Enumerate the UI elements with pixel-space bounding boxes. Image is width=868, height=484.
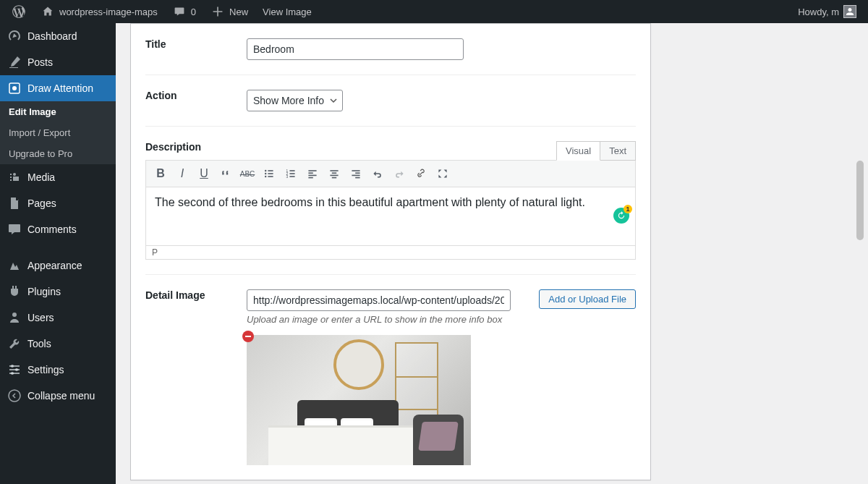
upload-helper-text: Upload an image or enter a URL to show i… (247, 314, 511, 325)
sidebar-item-draw-attention[interactable]: Draw Attention (0, 75, 116, 101)
svg-rect-33 (352, 175, 359, 177)
numbered-list-button[interactable]: 123 (281, 164, 301, 184)
sidebar-item-dashboard[interactable]: Dashboard (0, 23, 116, 49)
text-tab[interactable]: Text (600, 141, 636, 161)
title-label: Title (145, 38, 247, 60)
comments-count: 0 (191, 7, 196, 17)
bullet-list-button[interactable] (259, 164, 279, 184)
posts-icon (7, 55, 22, 69)
sidebar-label: Users (27, 312, 54, 323)
hotspot-postbox: Title Action Show More Info Desc (130, 23, 651, 480)
svg-rect-27 (330, 170, 338, 171)
sidebar-item-comments[interactable]: Comments (0, 216, 116, 242)
sidebar-item-users[interactable]: Users (0, 305, 116, 331)
editor-status-bar: P (146, 245, 635, 259)
collapse-icon (7, 389, 22, 403)
sidebar-label: Appearance (27, 260, 82, 271)
scrollbar-thumb[interactable] (856, 161, 864, 240)
view-image-link[interactable]: View Image (257, 0, 318, 23)
svg-rect-30 (332, 177, 336, 179)
avatar-icon (843, 5, 856, 18)
submenu-edit-image[interactable]: Edit Image (0, 101, 116, 122)
italic-button[interactable]: I (172, 164, 192, 184)
sidebar-item-plugins[interactable]: Plugins (0, 279, 116, 305)
svg-rect-18 (289, 170, 294, 171)
redo-button[interactable] (389, 164, 409, 184)
link-button[interactable] (411, 164, 431, 184)
svg-point-1 (12, 86, 17, 90)
bold-button[interactable]: B (150, 164, 171, 184)
action-select[interactable]: Show More Info (247, 90, 343, 111)
svg-rect-28 (332, 172, 336, 174)
main-content: Title Action Show More Info Desc (116, 23, 868, 484)
detail-image-preview (247, 335, 471, 465)
settings-icon (7, 362, 22, 377)
site-name-link[interactable]: wordpress-image-maps (35, 0, 163, 23)
svg-rect-29 (330, 175, 338, 177)
grammarly-icon[interactable] (613, 208, 629, 224)
title-field-row: Title (145, 24, 636, 75)
svg-rect-25 (308, 175, 316, 177)
new-label: New (229, 7, 248, 17)
undo-button[interactable] (367, 164, 388, 184)
svg-point-8 (15, 368, 18, 371)
svg-point-2 (13, 173, 16, 176)
svg-rect-22 (289, 176, 294, 177)
svg-rect-23 (308, 170, 316, 171)
comments-link[interactable]: 0 (166, 0, 202, 23)
sidebar-item-tools[interactable]: Tools (0, 331, 116, 357)
svg-rect-32 (355, 172, 359, 174)
remove-image-button[interactable] (242, 331, 254, 342)
wp-logo[interactable] (6, 0, 32, 23)
svg-text:3: 3 (286, 175, 289, 179)
align-left-button[interactable] (302, 164, 323, 184)
detail-image-field-row: Detail Image Upload an image or enter a … (145, 275, 636, 480)
tools-icon (7, 336, 22, 351)
align-right-button[interactable] (346, 164, 366, 184)
submenu-upgrade-pro[interactable]: Upgrade to Pro (0, 143, 116, 164)
sidebar-label: Plugins (27, 286, 61, 297)
visual-tab[interactable]: Visual (556, 141, 600, 161)
sidebar-item-appearance[interactable]: Appearance (0, 252, 116, 279)
svg-rect-34 (355, 177, 359, 179)
svg-rect-14 (268, 173, 273, 174)
title-input[interactable] (247, 38, 464, 60)
editor-content[interactable]: The second of three bedrooms in this bea… (146, 187, 635, 245)
svg-rect-12 (268, 170, 273, 171)
comment-icon (172, 4, 187, 19)
quote-button[interactable] (216, 164, 236, 184)
admin-bar: wordpress-image-maps 0 New View Image Ho… (0, 0, 868, 23)
svg-point-10 (9, 390, 20, 402)
sidebar-item-settings[interactable]: Settings (0, 357, 116, 383)
svg-rect-24 (308, 172, 312, 174)
sidebar-label: Tools (27, 338, 51, 349)
howdy-text: Howdy, m (798, 7, 839, 17)
editor-tabs: Visual Text (557, 141, 636, 161)
underline-button[interactable]: U (194, 164, 214, 184)
sidebar-submenu: Edit Image Import / Export Upgrade to Pr… (0, 101, 116, 164)
sidebar-label: Collapse menu (27, 390, 95, 402)
sidebar-label: Settings (27, 364, 64, 375)
new-content-link[interactable]: New (205, 0, 254, 23)
detail-image-label: Detail Image (145, 289, 247, 325)
add-upload-file-button[interactable]: Add or Upload File (539, 289, 636, 309)
strikethrough-button[interactable]: ABC (237, 164, 258, 184)
fullscreen-button[interactable] (433, 164, 453, 184)
submenu-import-export[interactable]: Import / Export (0, 122, 116, 143)
align-center-button[interactable] (324, 164, 344, 184)
detail-image-url-input[interactable] (247, 289, 511, 311)
sidebar-item-posts[interactable]: Posts (0, 49, 116, 75)
wordpress-icon (12, 4, 26, 19)
collapse-menu-button[interactable]: Collapse menu (0, 383, 116, 409)
sidebar-item-media[interactable]: Media (0, 164, 116, 190)
my-account-link[interactable]: Howdy, m (792, 0, 862, 23)
scrollbar[interactable] (855, 23, 865, 481)
svg-rect-26 (308, 177, 312, 179)
sidebar-item-pages[interactable]: Pages (0, 190, 116, 216)
description-field-row: Description Visual Text B I U ABC (145, 127, 636, 275)
svg-point-3 (12, 313, 17, 317)
sidebar-label: Pages (27, 198, 56, 209)
admin-sidebar: Dashboard Posts Draw Attention Edit Imag… (0, 23, 116, 484)
svg-point-15 (265, 176, 266, 177)
dashboard-icon (7, 29, 22, 43)
